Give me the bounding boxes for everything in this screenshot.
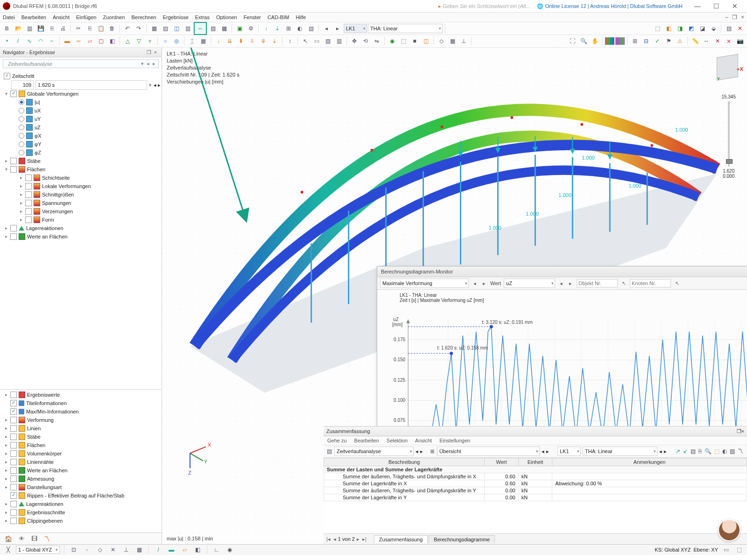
mesh-icon[interactable]: ⊞ bbox=[630, 36, 640, 46]
diagram-monitor-button[interactable]: ↔ bbox=[194, 22, 207, 35]
summary-list-icon[interactable]: ≣ bbox=[430, 446, 435, 456]
sum-tool-1-icon[interactable]: ↗ bbox=[675, 446, 681, 456]
panel-results-icon[interactable]: ▧ bbox=[208, 23, 218, 34]
global-deform-label[interactable]: Globale Verformungen bbox=[27, 90, 78, 98]
menu-optionen[interactable]: Optionen bbox=[216, 14, 237, 20]
status-polar-icon[interactable]: ◉ bbox=[225, 545, 235, 555]
view-iso-icon[interactable]: ⬚ bbox=[652, 23, 662, 34]
monitor-mode-prev[interactable]: ◂ bbox=[472, 280, 478, 287]
menu-einfuegen[interactable]: Einfügen bbox=[76, 14, 96, 20]
imposed-def-icon[interactable]: ↕ bbox=[285, 36, 295, 46]
menu-ergebnisse[interactable]: Ergebnisse bbox=[163, 14, 189, 20]
werte-label[interactable]: Werte an Flächen bbox=[27, 232, 68, 241]
pager-prev-icon[interactable]: ◂ bbox=[332, 536, 337, 542]
render-2-icon[interactable] bbox=[615, 37, 625, 45]
del-results-icon[interactable]: ⨯ bbox=[724, 36, 734, 46]
summary-view-select[interactable]: Übersicht bbox=[437, 447, 540, 456]
solid-load-icon[interactable]: ⤋ bbox=[258, 36, 268, 46]
menu-cad-bim[interactable]: CAD-BIM bbox=[268, 14, 289, 20]
sum-tool-6-icon[interactable]: ⬚ bbox=[714, 446, 720, 456]
paste-icon[interactable]: 📋 bbox=[96, 23, 106, 34]
navigator-pin-icon[interactable]: ❐ bbox=[146, 49, 152, 56]
navigator-analysis-nav[interactable]: ◂ ▸ bbox=[147, 61, 156, 67]
sum-tool-3-icon[interactable]: ▤ bbox=[690, 446, 696, 456]
cut-icon[interactable]: ✂ bbox=[73, 23, 84, 34]
summary-table[interactable]: Beschreibung Wert Einheit Anmerkungen Su… bbox=[324, 458, 747, 533]
summary-tha-select[interactable]: THA: Linear bbox=[583, 447, 657, 456]
time-slider[interactable]: 15.345 1.620 0.000 bbox=[721, 94, 736, 179]
status-plane-icon[interactable]: ▭ bbox=[721, 545, 731, 555]
opening-icon[interactable]: ▢ bbox=[96, 36, 106, 46]
loadcase-select[interactable]: LK1 bbox=[344, 24, 367, 33]
monitor-titlebar[interactable]: Berechnungsdiagramm-Monitor ▬ bbox=[377, 266, 747, 277]
radio-uz[interactable] bbox=[19, 125, 24, 130]
close-doc-icon[interactable]: ✕ bbox=[735, 23, 745, 34]
node-icon[interactable]: • bbox=[2, 36, 12, 46]
mdi-restore-icon[interactable]: ❐ bbox=[732, 14, 737, 21]
results-toggle-icon[interactable]: ◐ bbox=[295, 23, 305, 34]
del-dim-icon[interactable]: ✕ bbox=[712, 36, 723, 46]
view-cube[interactable]: +X Y bbox=[713, 53, 741, 81]
member-set-icon[interactable]: ═ bbox=[73, 36, 84, 46]
refine-icon[interactable]: ⊟ bbox=[641, 36, 651, 46]
pager-first-icon[interactable]: |◂ bbox=[325, 536, 331, 542]
monitor-pick-obj-icon[interactable]: ↖ bbox=[620, 280, 627, 287]
render-1-icon[interactable] bbox=[605, 37, 614, 45]
status-ortho-icon[interactable]: ∟ bbox=[211, 545, 222, 555]
flachen-label[interactable]: Flächen bbox=[27, 165, 45, 174]
monitor-wert-select[interactable]: uZ bbox=[504, 279, 555, 288]
monitor-mode-next[interactable]: ▸ bbox=[481, 280, 487, 287]
monitor-wert-prev[interactable]: ◂ bbox=[558, 280, 564, 287]
free-load-icon[interactable]: ⇣ bbox=[269, 36, 280, 46]
status-member-icon[interactable]: ▬ bbox=[166, 545, 176, 555]
navigator-analysis-select[interactable]: Zeitverlaufsanalyse ▾ ◂ ▸ bbox=[3, 59, 159, 68]
mirror-icon[interactable]: ⇋ bbox=[372, 36, 382, 46]
nodal-load-icon[interactable]: ↓ bbox=[213, 36, 224, 46]
summary-table-icon[interactable]: ▤ bbox=[326, 446, 332, 456]
print-icon[interactable]: 🖨 bbox=[58, 23, 68, 34]
monitor-pick-knoten-icon[interactable]: ↖ bbox=[674, 280, 680, 287]
summary-lc-select[interactable]: LK1 bbox=[557, 447, 581, 456]
snap-grid-icon[interactable]: ▦ bbox=[134, 545, 144, 555]
sel-window-icon[interactable]: ▭ bbox=[311, 36, 322, 46]
summary-analysis-select[interactable]: Zeitverlaufsanalyse bbox=[334, 447, 414, 456]
lc-prev-icon[interactable]: ◂ bbox=[321, 23, 331, 34]
material-icon[interactable]: ▦ bbox=[198, 36, 208, 46]
menu-datei[interactable]: Datei bbox=[3, 14, 15, 20]
transparent-icon[interactable]: ◫ bbox=[421, 36, 431, 46]
view-persp-icon[interactable]: ◪ bbox=[697, 23, 707, 34]
panel-nav-icon[interactable]: ▦ bbox=[149, 23, 159, 34]
sum-tool-2-icon[interactable]: ↙ bbox=[683, 446, 688, 456]
status-axes-icon[interactable]: ╳ bbox=[3, 545, 13, 555]
sel-filter-icon[interactable]: ▥ bbox=[334, 36, 344, 46]
view-z-icon[interactable]: ◩ bbox=[686, 23, 696, 34]
new-file-icon[interactable]: 🗎 bbox=[2, 23, 12, 34]
save-as-icon[interactable]: ⎘ bbox=[47, 23, 57, 34]
status-3d-icon[interactable]: ⬚ bbox=[734, 545, 744, 555]
arc-icon[interactable]: ◠ bbox=[35, 36, 46, 46]
mdi-minimize-icon[interactable]: – bbox=[725, 14, 728, 21]
menu-fenster[interactable]: Fenster bbox=[244, 14, 261, 20]
zoom-in-icon[interactable]: 🔍 bbox=[578, 36, 589, 46]
snap-int-icon[interactable]: ✕ bbox=[108, 545, 118, 555]
hinge-icon[interactable]: ○ bbox=[160, 36, 170, 46]
move-icon[interactable]: ✥ bbox=[349, 36, 359, 46]
maximize-button[interactable]: ☐ bbox=[707, 2, 726, 10]
save-icon[interactable]: 💾 bbox=[35, 23, 46, 34]
open-file-icon[interactable]: 📂 bbox=[13, 23, 23, 34]
close-button[interactable]: ✕ bbox=[726, 2, 744, 10]
nav-tab-home-icon[interactable]: 🏠 bbox=[5, 535, 12, 542]
navigator-close-icon[interactable]: × bbox=[152, 49, 159, 55]
plaus-icon[interactable]: ⚑ bbox=[663, 36, 674, 46]
summary-pin-icon[interactable]: ❐ bbox=[737, 428, 741, 434]
member-load-icon[interactable]: ⬇ bbox=[236, 36, 246, 46]
menu-berechnen[interactable]: Berechnen bbox=[132, 14, 156, 20]
lc-next-icon[interactable]: ▸ bbox=[332, 23, 343, 34]
surface-icon[interactable]: ▱ bbox=[85, 36, 95, 46]
sum-tool-8-icon[interactable]: ▧ bbox=[729, 446, 735, 456]
pan-icon[interactable]: ✋ bbox=[590, 36, 600, 46]
menu-extras[interactable]: Extras bbox=[195, 14, 210, 20]
wireframe-icon[interactable]: ⬚ bbox=[398, 36, 409, 46]
solid-view-icon[interactable]: ■ bbox=[409, 36, 420, 46]
snap-icon[interactable]: ◇ bbox=[436, 36, 446, 46]
